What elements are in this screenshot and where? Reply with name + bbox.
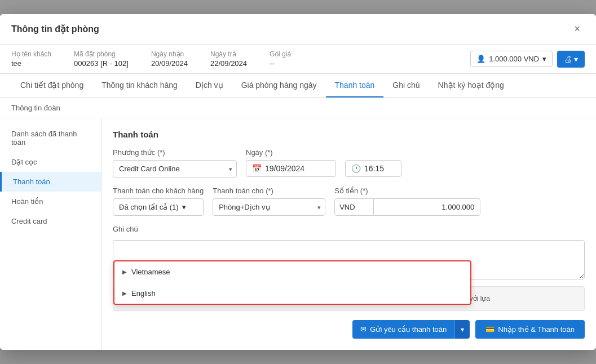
dropdown-arrow-icon: ▾ <box>542 55 546 63</box>
package-info: Gói giá -- <box>270 50 291 68</box>
bottom-section: Khi bạn nhấn vào nút "Nhập thẻ & Thanh t… <box>113 286 585 339</box>
gio-group: 🕐 16:15 <box>345 148 401 177</box>
currency-select[interactable]: VND <box>334 198 374 216</box>
email-icon: ✉ <box>360 325 367 334</box>
print-button[interactable]: 🖨 ▾ <box>557 51 585 68</box>
gio-input[interactable]: 🕐 16:15 <box>345 160 401 177</box>
tab-gia-phong[interactable]: Giá phòng hàng ngày <box>232 74 326 97</box>
main-content: Thanh toán Phương thức (*) Credit Card O… <box>101 118 596 350</box>
send-dropdown-arrow-icon: ▾ <box>461 326 464 334</box>
form-row-2: Thanh toán cho khách hàng Đã chọn tất cả… <box>113 187 585 216</box>
guest-value: tee <box>11 59 51 68</box>
package-value: -- <box>270 59 291 68</box>
gio-value: 16:15 <box>364 164 384 173</box>
language-dropdown: ▶ Vietnamese ▶ English <box>113 260 471 305</box>
price-value: 1.000.000 VND <box>489 55 539 63</box>
phuong-thuc-select-wrapper: Credit Card Online ▾ <box>113 160 237 177</box>
price-badge: 👤 1.000.000 VND ▾ <box>470 51 553 67</box>
package-label: Gói giá <box>270 50 291 58</box>
booking-code-label: Mã đặt phòng <box>74 50 129 58</box>
sidebar-item-dat-coc[interactable]: Đặt cọc <box>0 152 101 172</box>
currency-group: VND <box>334 198 480 216</box>
section-title: Thanh toán <box>113 130 585 139</box>
modal-header: Thông tin đặt phòng × <box>0 14 596 45</box>
send-btn-group: ✉ Gửi yêu cầu thanh toán ▾ <box>352 320 470 339</box>
sidebar-item-hoan-tien[interactable]: Hoàn tiền <box>0 192 101 211</box>
ghi-chu-label: Ghi chú <box>113 225 585 233</box>
checkout-value: 22/09/2024 <box>210 59 247 68</box>
thanh-toan-khach-group: Thanh toán cho khách hàng Đã chọn tất cả… <box>113 187 204 216</box>
ngay-input[interactable]: 📅 19/09/2024 <box>246 160 336 177</box>
sidebar-item-thanh-toan[interactable]: Thanh toán <box>0 172 101 192</box>
card-icon: 💳 <box>485 325 495 334</box>
tab-dich-vu[interactable]: Dịch vụ <box>187 74 232 97</box>
thanh-toan-cho-select[interactable]: Phòng+Dịch vụ <box>213 198 325 216</box>
sidebar-item-credit-card[interactable]: Credit card <box>0 211 101 231</box>
thanh-toan-khach-value: Đã chọn tất cả (1) <box>119 203 179 211</box>
lang-arrow-vi: ▶ <box>122 268 127 276</box>
checkout-label: Ngày trả <box>210 50 247 58</box>
enter-payment-button[interactable]: 💳 Nhập thẻ & Thanh toán <box>475 320 585 339</box>
phuong-thuc-group: Phương thức (*) Credit Card Online ▾ <box>113 148 237 177</box>
send-payment-dropdown-button[interactable]: ▾ <box>454 320 470 339</box>
action-row: ✉ Gửi yêu cầu thanh toán ▾ 💳 Nhập thẻ & … <box>113 320 585 339</box>
lang-label-vietnamese: Vietnamese <box>131 267 170 278</box>
clock-icon: 🕐 <box>351 164 361 173</box>
checkin-value: 20/09/2024 <box>151 59 188 68</box>
ngay-group: Ngày (*) 📅 19/09/2024 <box>246 148 336 177</box>
send-payment-label: Gửi yêu cầu thanh toán <box>370 325 447 334</box>
calendar-icon: 📅 <box>252 164 262 173</box>
lang-label-english: English <box>131 288 156 299</box>
send-payment-button[interactable]: ✉ Gửi yêu cầu thanh toán <box>352 320 454 339</box>
phuong-thuc-select[interactable]: Credit Card Online <box>113 160 237 177</box>
booking-code-info: Mã đặt phòng 000263 [R - 102] <box>74 50 129 68</box>
sidebar: Danh sách đã thanh toán Đặt cọc Thanh to… <box>0 118 101 350</box>
checkin-info: Ngày nhận 20/09/2024 <box>151 50 188 68</box>
tab-thanh-toan[interactable]: Thanh toán <box>326 74 384 97</box>
tab-ghi-chu[interactable]: Ghi chú <box>383 74 429 97</box>
thanh-toan-khach-label: Thanh toán cho khách hàng <box>113 187 204 195</box>
tab-chi-tiet[interactable]: Chi tiết đặt phòng <box>11 74 92 97</box>
tab-nhat-ky[interactable]: Nhật ký hoạt động <box>429 74 513 97</box>
thanh-toan-cho-label: Thanh toán cho (*) <box>213 187 325 195</box>
ngay-value: 19/09/2024 <box>265 164 304 173</box>
so-tien-label: Số tiền (*) <box>334 187 480 195</box>
checkin-label: Ngày nhận <box>151 50 188 58</box>
booking-modal: Thông tin đặt phòng × Họ tên khách tee M… <box>0 14 596 350</box>
info-bar: Họ tên khách tee Mã đặt phòng 000263 [R … <box>0 45 596 74</box>
close-button[interactable]: × <box>569 21 585 37</box>
info-notice: Khi bạn nhấn vào nút "Nhập thẻ & Thanh t… <box>113 286 585 311</box>
gio-label <box>345 148 401 157</box>
enter-payment-label: Nhập thẻ & Thanh toán <box>498 325 575 334</box>
phuong-thuc-label: Phương thức (*) <box>113 148 237 157</box>
modal-body: Danh sách đã thanh toán Đặt cọc Thanh to… <box>0 118 596 350</box>
lang-arrow-en: ▶ <box>122 289 127 298</box>
person-icon: 👤 <box>476 55 485 63</box>
lang-item-english[interactable]: ▶ English <box>114 283 470 304</box>
thong-tin-doan: Thông tin đoàn <box>0 98 596 118</box>
info-actions: 👤 1.000.000 VND ▾ 🖨 ▾ <box>470 51 585 68</box>
guest-info: Họ tên khách tee <box>11 50 51 68</box>
lang-item-vietnamese[interactable]: ▶ Vietnamese <box>114 261 470 283</box>
sidebar-item-danh-sach[interactable]: Danh sách đã thanh toán <box>0 124 101 152</box>
thanh-toan-cho-group: Thanh toán cho (*) Phòng+Dịch vụ ▾ <box>213 187 325 216</box>
form-row-1: Phương thức (*) Credit Card Online ▾ Ngà… <box>113 148 585 177</box>
booking-code-value: 000263 [R - 102] <box>74 59 129 68</box>
amount-input[interactable] <box>374 198 480 216</box>
checkout-info: Ngày trả 22/09/2024 <box>210 50 247 68</box>
modal-title: Thông tin đặt phòng <box>11 24 99 34</box>
thanh-toan-cho-select-wrapper: Phòng+Dịch vụ ▾ <box>213 198 325 216</box>
tab-khach-hang[interactable]: Thông tin khách hàng <box>92 74 187 97</box>
dropdown-khach-arrow-icon: ▾ <box>182 203 186 211</box>
ngay-label: Ngày (*) <box>246 148 336 157</box>
guest-label: Họ tên khách <box>11 50 51 58</box>
print-icon: 🖨 <box>564 55 572 64</box>
thanh-toan-khach-dropdown[interactable]: Đã chọn tất cả (1) ▾ <box>113 198 204 216</box>
print-dropdown-arrow: ▾ <box>574 55 578 64</box>
tab-bar: Chi tiết đặt phòng Thông tin khách hàng … <box>0 74 596 98</box>
so-tien-group: Số tiền (*) VND <box>334 187 480 216</box>
